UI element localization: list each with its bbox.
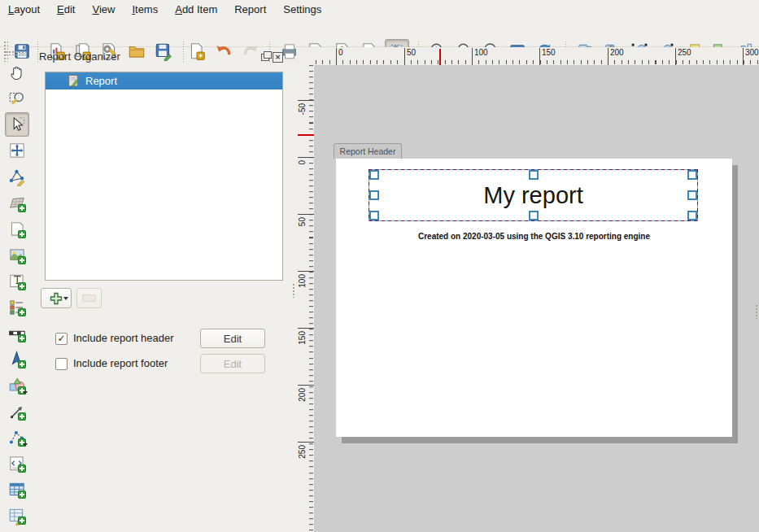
menu-item-label: Settings — [283, 3, 321, 15]
add-badge-icon — [18, 282, 26, 290]
close-icon: × — [273, 52, 283, 63]
panel-close-button[interactable]: × — [273, 52, 283, 63]
zoom-region-icon — [7, 89, 27, 108]
resize-handle-bottom-right[interactable] — [687, 211, 697, 220]
menu-item[interactable]: Report — [228, 2, 273, 17]
select-move-item-tool-button[interactable] — [5, 112, 29, 137]
resize-handle-top-left[interactable] — [369, 170, 379, 180]
menu-item[interactable]: Edit — [50, 2, 81, 17]
resize-handle-middle-right[interactable] — [687, 190, 697, 200]
resize-handle-top-middle[interactable] — [529, 170, 539, 180]
add-scalebar-button[interactable] — [5, 321, 29, 346]
vertical-ruler[interactable]: -50 0 50 100 150 200 — [296, 65, 314, 532]
zoom-tool-button[interactable] — [5, 86, 29, 111]
tree-item-report[interactable]: Report — [46, 72, 282, 89]
add-badge-icon — [18, 360, 26, 368]
splitter-grip[interactable] — [292, 283, 295, 298]
resize-handle-top-right[interactable] — [687, 170, 697, 180]
add-attribute-table-button[interactable] — [5, 477, 29, 502]
resize-handle-middle-left[interactable] — [369, 190, 379, 200]
edit-nodes-tool-button[interactable] — [5, 164, 29, 189]
add-arrow-button[interactable] — [5, 399, 29, 424]
pan-hand-icon — [7, 63, 27, 82]
dropdown-caret-icon — [23, 391, 28, 395]
menu-bar: Layout Edit View Items Add Item Report — [0, 0, 759, 18]
remove-section-button — [76, 288, 102, 308]
horizontal-ruler[interactable]: 0 50 100 150 200 250 — [314, 47, 759, 65]
include-report-footer-label[interactable]: Include report footer — [73, 357, 168, 369]
add-map-button[interactable] — [5, 191, 29, 216]
add-legend-button[interactable] — [5, 295, 29, 320]
layout-tools-toolbar: T — [0, 47, 36, 532]
layout-canvas[interactable]: Report Header My report C — [314, 65, 759, 532]
add-section-icon — [49, 291, 63, 306]
add-html-button[interactable] — [5, 451, 29, 476]
add-shape-button[interactable] — [5, 373, 29, 398]
add-badge-icon — [18, 491, 26, 499]
report-item-icon — [68, 74, 80, 88]
menu-item-label: Items — [132, 3, 158, 15]
resize-handle-bottom-left[interactable] — [369, 211, 379, 220]
edit-footer-button: Edit — [200, 354, 265, 373]
add-section-button[interactable] — [41, 288, 72, 308]
menu-item[interactable]: Settings — [277, 2, 328, 17]
report-organizer-panel: Report Organizer × Report — [36, 47, 291, 532]
pan-tool-button[interactable] — [5, 60, 29, 85]
vertical-ruler-position-marker — [298, 134, 314, 136]
remove-icon — [82, 294, 96, 302]
edit-nodes-icon — [7, 167, 27, 186]
menu-item[interactable]: Items — [125, 2, 164, 17]
report-page[interactable]: My report Created on 2020-03-05 using th… — [336, 159, 732, 437]
select-cursor-icon — [7, 115, 27, 134]
add-badge-icon — [18, 204, 26, 212]
add-3d-map-button[interactable] — [5, 217, 29, 242]
main-toolbar: ✱ A — [0, 18, 759, 47]
tree-item-label: Report — [85, 75, 117, 87]
qgis-report-designer-window: Layout Edit View Items Add Item Report — [0, 0, 759, 532]
add-badge-icon — [18, 334, 26, 342]
resize-handle-bottom-middle[interactable] — [529, 211, 539, 220]
panel-title: Report Organizer — [39, 50, 120, 63]
move-content-tool-button[interactable] — [5, 138, 29, 163]
include-report-header-checkbox[interactable]: ✓ — [55, 333, 68, 345]
horizontal-ruler-ticks — [314, 60, 759, 64]
report-header-section-tab: Report Header — [334, 143, 402, 159]
float-icon — [261, 54, 269, 61]
add-badge-icon — [18, 308, 26, 316]
selected-title-label-item[interactable]: My report — [369, 169, 698, 221]
menu-item-label: View — [92, 3, 115, 15]
menu-item-label: Edit — [57, 3, 75, 15]
add-node-item-button[interactable] — [5, 425, 29, 450]
menu-item-label: Report — [234, 3, 266, 15]
add-badge-icon — [18, 256, 26, 264]
toolbar-drag-handle[interactable] — [5, 50, 28, 55]
menu-item[interactable]: View — [85, 2, 121, 17]
report-tree[interactable]: Report — [45, 72, 283, 281]
include-report-header-label[interactable]: Include report header — [73, 332, 174, 344]
layout-canvas-area: 0 50 100 150 200 250 — [296, 47, 759, 532]
panel-float-button[interactable] — [260, 52, 270, 63]
add-badge-icon — [18, 464, 26, 473]
edge-grip[interactable] — [755, 304, 758, 319]
add-badge-icon — [18, 517, 26, 525]
edit-header-button[interactable]: Edit — [200, 329, 265, 348]
add-picture-button[interactable] — [5, 243, 29, 268]
horizontal-ruler-position-marker — [439, 49, 441, 65]
menu-item[interactable]: Add Item — [168, 2, 224, 17]
report-subtitle-text: Created on 2020-03-05 using the QGIS 3.1… — [336, 232, 732, 241]
dropdown-caret-icon — [63, 297, 68, 300]
add-badge-icon — [18, 412, 26, 421]
move-content-icon — [7, 141, 27, 160]
menu-item-label: Add Item — [175, 3, 217, 15]
report-header-option-row: ✓ Include report header Edit — [36, 329, 291, 349]
menu-item-label: Layout — [8, 3, 40, 15]
include-report-footer-checkbox[interactable] — [55, 358, 68, 370]
dropdown-caret-icon — [23, 443, 28, 447]
add-label-button[interactable]: T — [5, 269, 29, 294]
menu-item[interactable]: Layout — [2, 2, 46, 17]
add-north-arrow-button[interactable] — [5, 347, 29, 372]
report-footer-option-row: Include report footer Edit — [36, 354, 291, 374]
add-badge-icon — [18, 230, 26, 238]
add-fixed-table-button[interactable] — [5, 504, 29, 528]
